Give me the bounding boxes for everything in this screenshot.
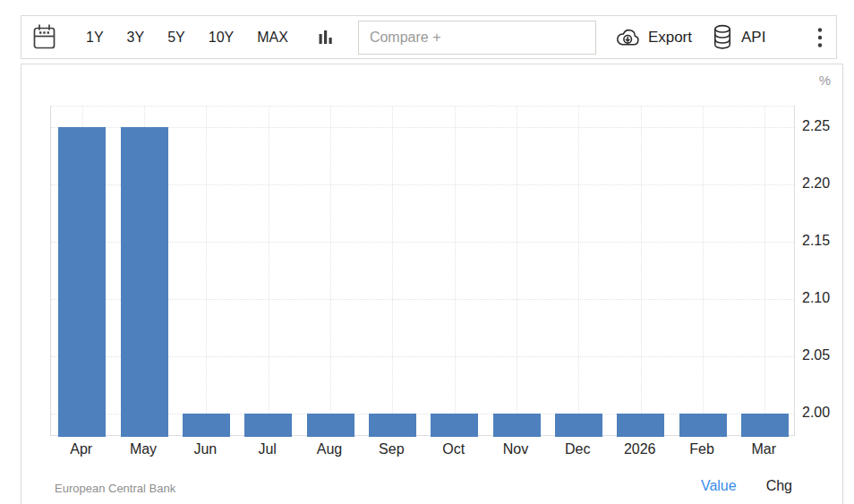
bar[interactable] — [121, 127, 168, 437]
bar[interactable] — [617, 414, 664, 437]
vertical-gridline — [641, 107, 642, 435]
vertical-gridline — [578, 107, 579, 435]
bar[interactable] — [493, 414, 541, 437]
range-button-1y[interactable]: 1Y — [86, 30, 104, 46]
chart-container: % European Central Bank Value Chg 2.252.… — [21, 64, 843, 504]
vertical-gridline — [703, 107, 704, 435]
api-label: API — [741, 29, 765, 47]
x-axis-label: 2026 — [609, 440, 671, 458]
range-button-10y[interactable]: 10Y — [209, 30, 234, 46]
chart-toolbar: 1Y 3Y 5Y 10Y MAX Export — [21, 15, 837, 59]
x-axis-label: Aug — [298, 440, 361, 458]
bar[interactable] — [244, 414, 292, 437]
range-button-5y[interactable]: 5Y — [167, 30, 185, 46]
x-axis-label: Sep — [360, 440, 423, 458]
bar[interactable] — [431, 414, 478, 437]
bar[interactable] — [307, 414, 354, 437]
source-label: European Central Bank — [55, 482, 175, 495]
vertical-gridline — [392, 107, 393, 435]
plot-area — [50, 106, 795, 436]
x-axis-label: Nov — [484, 440, 547, 458]
vertical-gridline — [517, 107, 517, 435]
chart-type-button[interactable] — [316, 28, 335, 47]
series-toggles: Value Chg — [701, 478, 792, 494]
export-label: Export — [648, 29, 692, 47]
database-icon — [712, 24, 733, 50]
bar-chart-icon — [316, 28, 335, 47]
x-axis-label: May — [112, 440, 175, 458]
y-axis-label: 2.20 — [802, 175, 830, 192]
x-axis-label: Dec — [546, 440, 609, 458]
y-axis-label: 2.05 — [802, 346, 830, 364]
range-button-max[interactable]: MAX — [257, 30, 288, 46]
x-axis-label: Jul — [236, 440, 299, 458]
x-axis-label: Mar — [732, 440, 795, 458]
y-axis-label: 2.25 — [802, 117, 830, 135]
chg-toggle[interactable]: Chg — [766, 478, 792, 494]
calendar-button[interactable] — [33, 24, 56, 50]
x-axis-label: Apr — [50, 440, 113, 458]
range-selector: 1Y 3Y 5Y 10Y MAX — [86, 30, 288, 46]
bar[interactable] — [679, 414, 727, 437]
bar[interactable] — [369, 414, 416, 437]
export-button[interactable]: Export — [614, 28, 692, 47]
bar[interactable] — [555, 414, 602, 437]
kebab-menu-icon — [817, 27, 823, 48]
vertical-gridline — [206, 107, 207, 435]
vertical-gridline — [455, 107, 456, 435]
compare-input[interactable] — [358, 21, 596, 55]
x-axis-label: Jun — [174, 440, 236, 458]
range-button-3y[interactable]: 3Y — [127, 30, 145, 46]
y-axis-label: 2.10 — [802, 289, 830, 307]
y-axis-unit: % — [819, 73, 831, 88]
y-axis-label: 2.15 — [802, 232, 830, 250]
kebab-menu-button[interactable] — [817, 27, 823, 48]
y-axis-label: 2.00 — [802, 404, 830, 422]
calendar-icon — [33, 24, 56, 50]
bar[interactable] — [741, 414, 789, 437]
cloud-download-icon — [614, 28, 641, 47]
vertical-gridline — [269, 107, 269, 435]
x-axis-label: Feb — [670, 440, 733, 458]
x-axis-label: Oct — [423, 440, 485, 458]
value-toggle[interactable]: Value — [701, 478, 737, 494]
bar[interactable] — [183, 414, 230, 437]
vertical-gridline — [330, 107, 331, 435]
bar[interactable] — [58, 127, 106, 437]
vertical-gridline — [764, 107, 765, 435]
api-button[interactable]: API — [712, 24, 765, 50]
